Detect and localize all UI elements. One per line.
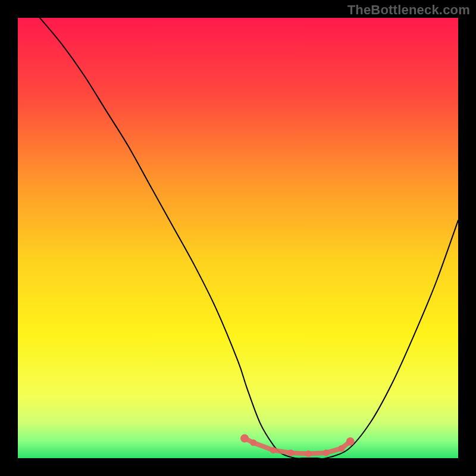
curve-layer [18, 18, 458, 458]
optimal-marker-dot [240, 434, 249, 443]
optimal-marker-dot [305, 450, 312, 457]
optimal-marker-dot [270, 447, 277, 453]
bottleneck-curve [40, 18, 458, 458]
optimal-marker-dot [250, 440, 256, 446]
optimal-marker-stroke [245, 439, 350, 454]
optimal-marker-dot [338, 445, 345, 452]
plot-area [18, 18, 458, 458]
optimal-marker-dot [346, 437, 355, 446]
chart-frame: TheBottleneck.com [0, 0, 476, 476]
optimal-marker-dot [287, 450, 294, 456]
watermark-text: TheBottleneck.com [347, 2, 470, 18]
optimal-marker-dot [323, 450, 330, 456]
